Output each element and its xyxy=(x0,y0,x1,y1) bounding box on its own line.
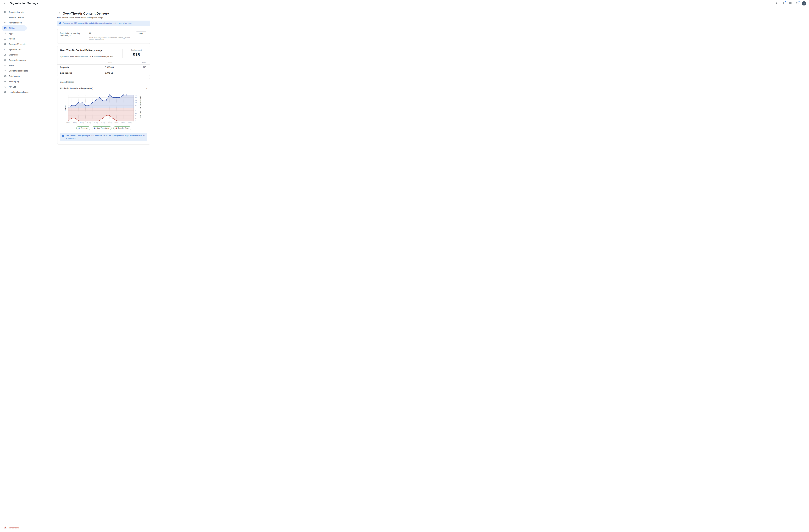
row-name: Data transfer xyxy=(57,72,87,74)
svg-text:0.1: 0.1 xyxy=(135,105,137,106)
legend-dot xyxy=(79,127,80,129)
save-button[interactable]: SAVE xyxy=(136,31,146,36)
page-back-button[interactable] xyxy=(57,11,62,16)
svg-text:24 aug: 24 aug xyxy=(115,122,118,123)
total-amount-label: Total Amount xyxy=(123,49,150,51)
sidebar-item-label: OAuth apps xyxy=(9,75,20,78)
sidebar-item-label: Fields xyxy=(9,64,14,67)
chart-note-banner: The Transfer Costs graph provides approx… xyxy=(60,133,148,138)
sidebar-item-label: Webhooks xyxy=(9,54,18,56)
webhook-icon xyxy=(4,53,7,56)
svg-text:$0.4: $0.4 xyxy=(135,118,137,119)
sidebar-item-label: Legal and compliance xyxy=(9,91,29,93)
row-name: Requests xyxy=(57,66,87,68)
app-title: Organization Settings xyxy=(10,2,38,5)
distribution-filter-value: All distributions (including deleted) xyxy=(60,87,93,89)
sidebar-item-agents[interactable]: Agents xyxy=(2,36,27,41)
svg-text:0.4: 0.4 xyxy=(135,97,137,98)
legend-label: Transfer Costs xyxy=(118,127,129,129)
topbar-back-button[interactable] xyxy=(3,1,7,5)
download-icon xyxy=(4,32,7,35)
info-icon xyxy=(62,135,64,138)
svg-text:0.5: 0.5 xyxy=(135,94,137,96)
svg-text:17 aug: 17 aug xyxy=(66,122,70,123)
sidebar-item-label: Authentication xyxy=(9,22,22,24)
sidebar-item-label: Account Defaults xyxy=(9,16,24,19)
sidebar-item-legal-and-compliance[interactable]: Legal and compliance xyxy=(2,89,27,95)
usage-card-subtitle: If you have up to 1M requests and 10GB o… xyxy=(60,56,120,57)
usage-table-row: Requests5 000 000$15 xyxy=(57,64,150,70)
threshold-input[interactable] xyxy=(89,32,133,36)
building-icon xyxy=(4,11,7,14)
svg-text:0.3: 0.3 xyxy=(135,100,137,101)
sidebar-item-custom-placeholders[interactable]: Custom placeholders xyxy=(2,68,27,73)
svg-text:$: $ xyxy=(5,27,6,29)
sidebar-item-webhooks[interactable]: Webhooks xyxy=(2,52,27,57)
list-plus-icon xyxy=(4,64,7,67)
svg-text:18 aug: 18 aug xyxy=(73,122,77,123)
billing-info-banner: Payment for OTA usage will be included i… xyxy=(57,20,150,27)
user-gear-icon xyxy=(4,16,7,19)
back-arrow-icon xyxy=(4,2,6,5)
svg-text:Transfer Costs | Data transfer: Transfer Costs | Data transferred (GB) xyxy=(139,96,141,120)
legend-label: Requests xyxy=(81,127,88,129)
sidebar-item-account-defaults[interactable]: Account Defaults xyxy=(2,15,27,20)
sidebar-item-security-log[interactable]: Security log xyxy=(2,79,27,84)
globe-icon xyxy=(4,59,7,62)
usage-card: Over-The-Air Content Delivery usage If y… xyxy=(57,46,150,76)
distribution-filter-select[interactable]: All distributions (including deleted) ▼ xyxy=(60,87,148,91)
sidebar-item-api-log[interactable]: API Log xyxy=(2,84,27,89)
page-subtitle: Here you can review you OTA data and req… xyxy=(57,17,150,19)
svg-text:21 aug: 21 aug xyxy=(94,122,98,123)
threshold-helper: When your daily balance reaches this amo… xyxy=(89,37,133,40)
row-usage: 2.441 GB xyxy=(87,72,132,74)
usage-table-row: Data transfer2.441 GB- xyxy=(57,70,150,76)
sidebar-item-fields[interactable]: Fields xyxy=(2,63,27,68)
svg-text:$0.5: $0.5 xyxy=(135,120,137,122)
usage-chart: 0.50.40.30.20.10.0$0.1$0.2$0.3$0.4$0.517… xyxy=(64,94,143,126)
threshold-label: Daily balance warning threshold, $ xyxy=(60,31,89,37)
row-usage: 5 000 000 xyxy=(87,66,132,68)
row-price: - xyxy=(132,72,150,74)
sidebar-item-oauth-apps[interactable]: OAuth apps xyxy=(2,73,27,79)
spellcheck-icon: A xyxy=(4,48,7,51)
sidebar-item-organization-info[interactable]: Organization info xyxy=(2,10,27,15)
info-icon xyxy=(59,22,61,25)
settings-sidebar: Organization infoAccount DefaultsAuthent… xyxy=(0,7,37,138)
chart-note-text: The Transfer Costs graph provides approx… xyxy=(66,135,145,138)
sidebar-item-billing[interactable]: $Billing xyxy=(2,25,27,31)
sidebar-item-apps[interactable]: Apps xyxy=(2,31,27,36)
sidebar-item-label: Custom placeholders xyxy=(9,70,28,72)
svg-text:A: A xyxy=(4,48,5,50)
legend-dot xyxy=(94,127,96,129)
row-price: $15 xyxy=(132,66,150,68)
key-icon xyxy=(4,21,7,24)
sidebar-item-label: Billing xyxy=(9,27,15,29)
topbar: Organization Settings J xyxy=(0,0,254,7)
svg-text:23 aug: 23 aug xyxy=(108,122,111,123)
legend-chip-transfer-costs[interactable]: Transfer Costs xyxy=(114,126,131,130)
svg-text:26 aug: 26 aug xyxy=(128,122,132,123)
legend-chip-requests[interactable]: Requests xyxy=(76,126,90,130)
statistics-card: Usage Statistics All distributions (incl… xyxy=(57,78,150,138)
svg-text:$0.2: $0.2 xyxy=(135,113,137,114)
sidebar-item-label: Agents xyxy=(9,38,15,40)
main-content: Over-The-Air Content Delivery Here you c… xyxy=(57,7,150,138)
svg-text:0.0: 0.0 xyxy=(135,107,137,109)
sidebar-item-authentication[interactable]: Authentication xyxy=(2,20,27,25)
svg-text:23 aug: 23 aug xyxy=(101,122,104,123)
chevron-down-icon: ▼ xyxy=(146,88,148,89)
svg-text:0.2: 0.2 xyxy=(135,102,137,104)
threshold-card: Daily balance warning threshold, $ When … xyxy=(57,29,150,44)
sidebar-item-spellcheckers[interactable]: ASpellcheckers xyxy=(2,47,27,52)
legend-chip-data-transferred[interactable]: Data Transferred xyxy=(92,126,111,130)
legend-dot xyxy=(116,127,117,129)
banner-text: Payment for OTA usage will be included i… xyxy=(63,22,132,24)
user-gear-icon xyxy=(4,37,7,40)
sidebar-item-custom-qa-checks[interactable]: Custom QA checks xyxy=(2,41,27,47)
page-title: Over-The-Air Content Delivery xyxy=(63,12,109,15)
sidebar-item-custom-languages[interactable]: Custom languages xyxy=(2,57,27,63)
legend-label: Data Transferred xyxy=(97,127,109,129)
sidebar-item-label: API Log xyxy=(9,86,16,88)
svg-text:$0.1: $0.1 xyxy=(135,110,137,111)
